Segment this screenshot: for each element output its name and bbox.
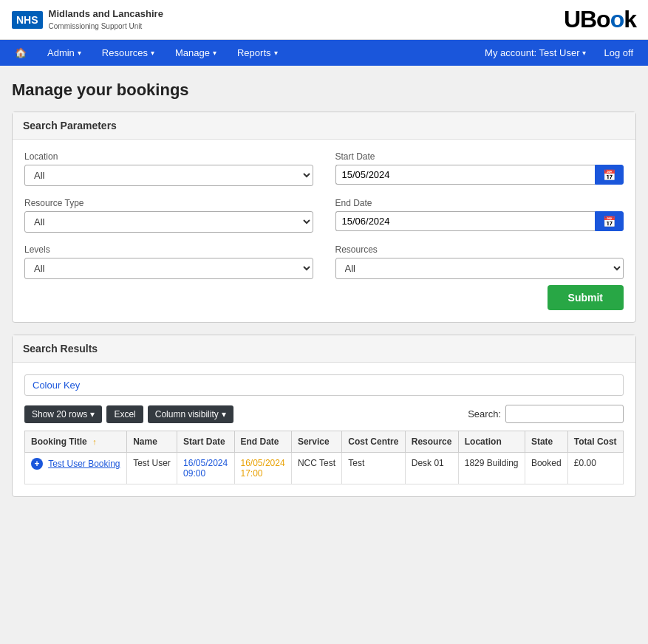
cell-booking-title: + Test User Booking [25,453,127,484]
nhs-logo: NHS Midlands and Lancashire Commissionin… [12,8,163,31]
table-header: Booking Title ↑ Name Start Date End Date… [25,431,624,453]
chevron-down-icon: ▾ [222,409,226,419]
chevron-down-icon: ▾ [582,49,586,57]
submit-row: Submit [24,285,624,310]
nav-logoff[interactable]: Log off [595,40,642,66]
location-select[interactable]: All [24,165,313,186]
chevron-down-icon: ▾ [274,49,278,57]
search-input[interactable] [505,405,624,423]
col-start-date: Start Date [177,431,234,453]
cell-cost-centre: Test [342,453,405,484]
table-body: + Test User Booking Test User 16/05/2024… [25,453,624,484]
table-row: + Test User Booking Test User 16/05/2024… [25,453,624,484]
table-search: Search: [468,405,624,423]
home-icon: 🏠 [15,47,27,58]
search-parameters-panel: Search Parameters Location All Start Dat… [12,112,636,323]
table-controls: Show 20 rows ▾ Excel Column visibility ▾… [24,405,624,423]
cell-start-date: 16/05/2024 09:00 [177,453,234,484]
cell-end-date: 16/05/2024 17:00 [234,453,291,484]
show-rows-button[interactable]: Show 20 rows ▾ [24,405,102,423]
column-visibility-button[interactable]: Column visibility ▾ [148,405,233,423]
excel-button[interactable]: Excel [106,405,143,423]
sort-icon[interactable]: ↑ [92,437,97,446]
chevron-down-icon: ▾ [151,49,154,57]
col-total-cost: Total Cost [567,431,623,453]
col-cost-centre: Cost Centre [342,431,405,453]
start-date-group: Start Date 📅 [335,151,624,186]
col-name: Name [127,431,177,453]
col-location: Location [458,431,525,453]
end-date-value: 16/05/2024 [241,458,285,468]
top-header: NHS Midlands and Lancashire Commissionin… [0,0,648,40]
location-label: Location [24,151,313,162]
levels-group: Levels All [24,244,313,279]
colour-key-label: Colour Key [33,380,80,391]
cell-location: 1829 Building [458,453,525,484]
chevron-down-icon: ▾ [78,49,81,57]
colour-key-bar[interactable]: Colour Key [24,374,624,396]
location-group: Location All [24,151,313,186]
nav-my-account[interactable]: My account: Test User ▾ [476,40,595,66]
col-resource: Resource [405,431,458,453]
cell-state: Booked [525,453,567,484]
nhs-org: Midlands and Lancashire Commissioning Su… [49,8,163,31]
end-date-label: End Date [335,198,624,208]
end-date-input[interactable] [335,211,596,231]
start-date-label: Start Date [335,151,624,162]
chevron-down-icon: ▾ [213,49,216,57]
org-name: Midlands and Lancashire [49,8,163,21]
submit-button[interactable]: Submit [548,285,624,310]
col-state: State [525,431,567,453]
nav-reports[interactable]: Reports ▾ [228,40,287,66]
end-time-value: 17:00 [241,468,263,479]
cell-resource: Desk 01 [405,453,458,484]
page-title: Manage your bookings [12,80,636,100]
col-booking-title: Booking Title ↑ [25,431,127,453]
resource-type-select[interactable]: All [24,211,313,233]
start-date-calendar-button[interactable]: 📅 [595,165,624,185]
resources-group: Resources All [335,244,624,279]
end-date-calendar-button[interactable]: 📅 [595,211,624,231]
nav-manage[interactable]: Manage ▾ [166,40,225,66]
search-parameters-header: Search Parameters [13,112,635,140]
nav-home[interactable]: 🏠 [6,40,35,66]
cell-name: Test User [127,453,177,484]
end-date-group: End Date 📅 [335,198,624,233]
chevron-down-icon: ▾ [90,409,95,419]
search-results-panel: Search Results Colour Key Show 20 rows ▾… [12,335,636,497]
levels-label: Levels [24,244,313,255]
nav-resources[interactable]: Resources ▾ [93,40,163,66]
col-service: Service [291,431,341,453]
start-date-input[interactable] [335,165,596,185]
ubook-logo: UBook [564,6,636,33]
navbar: 🏠 Admin ▾ Resources ▾ Manage ▾ Reports ▾… [0,40,648,66]
add-booking-icon[interactable]: + [31,458,43,470]
resources-label: Resources [335,244,624,255]
resource-type-label: Resource Type [24,198,313,208]
resources-select[interactable]: All [335,258,624,279]
start-time-value: 09:00 [183,468,205,479]
search-results-body: Colour Key Show 20 rows ▾ Excel Column v… [13,363,635,496]
resource-type-group: Resource Type All [24,198,313,233]
nav-admin[interactable]: Admin ▾ [38,40,90,66]
cell-service: NCC Test [291,453,341,484]
search-label: Search: [468,408,501,419]
table-header-row: Booking Title ↑ Name Start Date End Date… [25,431,624,453]
start-date-row: 📅 [335,165,624,185]
org-sub: Commissioning Support Unit [49,22,143,30]
end-date-row: 📅 [335,211,624,231]
start-date-value: 16/05/2024 [183,458,228,468]
nhs-badge: NHS [12,11,43,29]
cell-total-cost: £0.00 [567,453,623,484]
booking-title-link[interactable]: Test User Booking [48,459,120,469]
results-table: Booking Title ↑ Name Start Date End Date… [24,431,624,484]
page-content: Manage your bookings Search Parameters L… [0,66,648,524]
levels-select[interactable]: All [24,258,313,279]
search-results-header: Search Results [13,335,635,363]
search-parameters-body: Location All Start Date 📅 Resource Type [13,140,635,322]
search-form-grid: Location All Start Date 📅 Resource Type [24,151,624,279]
col-end-date: End Date [234,431,291,453]
